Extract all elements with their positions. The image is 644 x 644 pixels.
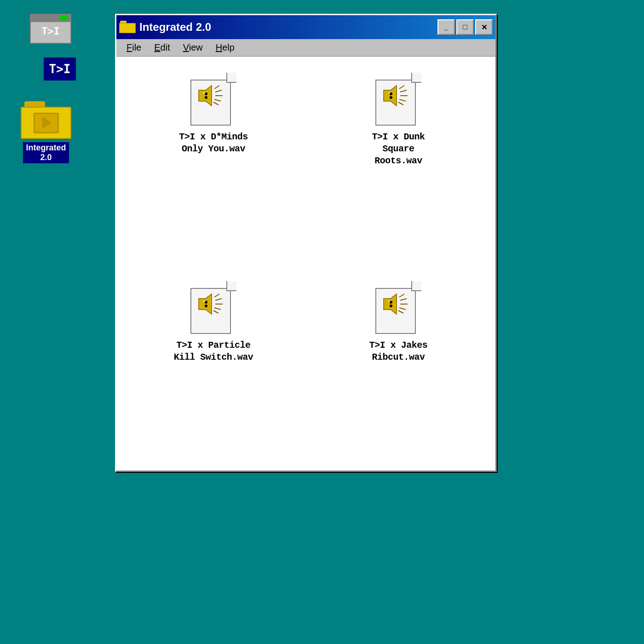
svg-line-1 (214, 86, 219, 89)
svg-line-20 (215, 299, 222, 300)
svg-point-17 (388, 92, 390, 94)
svg-line-14 (398, 102, 403, 105)
folder-emblem (34, 113, 59, 133)
svg-point-26 (203, 300, 205, 302)
svg-line-5 (213, 102, 218, 105)
speaker-icon-2 (379, 82, 414, 109)
svg-marker-0 (199, 86, 212, 106)
wav-file-icon-1 (190, 73, 236, 126)
menu-edit[interactable]: Edit (150, 41, 174, 54)
folder-large (21, 101, 71, 140)
menu-view[interactable]: View (178, 41, 207, 54)
svg-point-34 (390, 305, 392, 307)
svg-point-16 (390, 96, 392, 99)
minimize-button[interactable]: _ (437, 19, 455, 35)
wav-file-icon-4 (375, 281, 421, 334)
wav-file-icon-3 (190, 281, 236, 334)
ti-label-image: T>I (44, 58, 76, 80)
file-label-2: T>I x DunkSquareRoots.wav (372, 131, 425, 167)
svg-point-8 (203, 92, 205, 94)
window-controls: _ □ ✕ (437, 19, 493, 35)
menu-file[interactable]: File (122, 41, 146, 54)
folder-icon-image (21, 101, 71, 140)
terminal-icon-image: T>I (30, 14, 71, 44)
svg-line-13 (399, 99, 406, 101)
close-button[interactable]: ✕ (475, 19, 493, 35)
svg-line-28 (399, 294, 404, 297)
svg-point-35 (388, 300, 390, 302)
wav-file-fold-1 (226, 73, 236, 83)
svg-point-25 (205, 305, 207, 307)
svg-point-7 (205, 96, 207, 99)
svg-marker-9 (384, 86, 397, 106)
svg-line-4 (214, 99, 221, 101)
titlebar-folder-icon (119, 21, 136, 34)
svg-marker-27 (384, 294, 397, 314)
folder-desktop-label: Integrated 2.0 (23, 142, 69, 163)
svg-line-10 (399, 86, 404, 89)
speaker-icon-3 (194, 290, 229, 318)
window-title: Integrated 2.0 (139, 21, 437, 34)
svg-marker-18 (199, 294, 212, 314)
terminal-indicator (60, 16, 68, 20)
ti-label-desktop-icon[interactable]: T>I (44, 58, 76, 80)
titlebar-folder-body (119, 23, 136, 33)
wav-file-icon-2 (375, 73, 421, 126)
terminal-desktop-icon[interactable]: T>I (28, 14, 74, 44)
file-label-3: T>I x ParticleKill Switch.wav (174, 339, 253, 363)
svg-line-23 (213, 310, 218, 313)
speaker-icon-1 (194, 82, 229, 109)
maximize-button[interactable]: □ (456, 19, 474, 35)
file-label-4: T>I x JakesRibcut.wav (369, 339, 428, 363)
menu-help[interactable]: Help (211, 41, 239, 54)
svg-line-29 (400, 299, 407, 300)
titlebar-folder (119, 21, 136, 34)
titlebar: Integrated 2.0 _ □ ✕ (116, 15, 495, 39)
speaker-icon-4 (379, 290, 414, 318)
file-item-2[interactable]: T>I x DunkSquareRoots.wav (348, 66, 449, 174)
svg-line-22 (214, 308, 221, 310)
file-label-1: T>I x D*MindsOnly You.wav (179, 131, 248, 155)
file-item-4[interactable]: T>I x JakesRibcut.wav (348, 274, 449, 370)
svg-line-19 (214, 294, 219, 297)
file-item-1[interactable]: T>I x D*MindsOnly You.wav (163, 66, 264, 162)
win95-window: Integrated 2.0 _ □ ✕ File Edit View Help (115, 14, 497, 472)
svg-line-32 (398, 310, 403, 313)
wav-file-fold-3 (226, 281, 236, 291)
folder-play-icon (42, 116, 52, 129)
window-content: T>I x D*MindsOnly You.wav (116, 57, 495, 471)
folder-desktop-icon[interactable]: Integrated 2.0 (23, 101, 69, 163)
wav-file-fold-2 (411, 73, 421, 83)
folder-body (21, 107, 71, 139)
wav-file-fold-4 (411, 281, 421, 291)
menubar: File Edit View Help (116, 39, 495, 57)
ti-label-text: T>I (49, 62, 71, 76)
svg-line-31 (399, 308, 406, 310)
svg-line-2 (215, 90, 222, 92)
file-item-3[interactable]: T>I x ParticleKill Switch.wav (163, 274, 264, 370)
svg-line-11 (400, 90, 407, 92)
terminal-icon-text: T>I (41, 25, 60, 37)
